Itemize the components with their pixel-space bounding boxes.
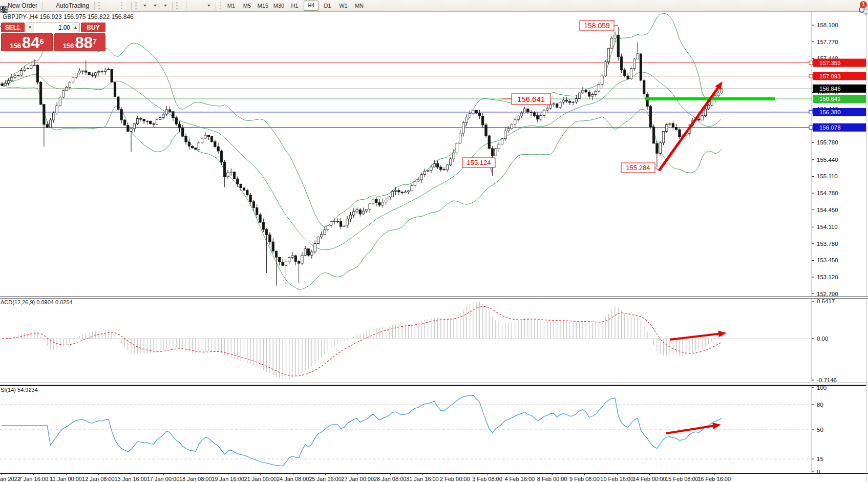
price-tick-label: 153.120	[817, 274, 838, 280]
price-tick-label: 157.770	[817, 39, 838, 45]
time-tick	[357, 474, 358, 475]
macd-panel[interactable]: 0.64170.00-0.7146	[0, 298, 868, 382]
svg-text:156.846: 156.846	[819, 86, 841, 92]
macd-tick-label: -0.7146	[817, 377, 837, 382]
buy-price-big: 88	[75, 36, 92, 50]
time-axis-label: 28 Jan 08:00	[374, 476, 407, 482]
rsi-tick-label: 80	[817, 402, 823, 408]
timeframe-h4[interactable]: H4	[304, 1, 319, 11]
volume-input[interactable]	[34, 23, 72, 32]
time-axis-label: 9 Feb 08:00	[569, 476, 600, 482]
time-tick	[649, 474, 650, 475]
price-badge: 156.641	[813, 95, 866, 103]
price-badge: 157.093	[813, 72, 866, 80]
chart-title: GBPJPY-,H4 156.923 156.975 156.822 156.8…	[3, 13, 134, 20]
volume-decrease-button[interactable]: ▼	[26, 23, 34, 32]
svg-text:156.078: 156.078	[819, 124, 841, 131]
svg-text:158.059: 158.059	[584, 22, 610, 30]
toolbar: New Order AutoTrading	[0, 0, 868, 12]
time-tick	[325, 474, 326, 475]
time-axis-label: 21 Jan 00:00	[244, 476, 277, 482]
time-axis-label: 12 Jan 08:00	[82, 476, 115, 482]
time-axis-label: 3 Feb 08:00	[472, 476, 502, 482]
timeframe-m5[interactable]: M5	[240, 1, 254, 10]
price-tick-label: 154.780	[817, 190, 838, 196]
time-axis-label: 10 Feb 16:00	[600, 476, 633, 482]
macd-tick-label: 0.00	[817, 336, 828, 342]
new-chart-dropdown[interactable]	[140, 4, 148, 7]
price-tick-label: 155.110	[817, 173, 838, 179]
time-axis-label: 19 Jan 16:00	[211, 476, 244, 482]
price-badge: 156.380	[813, 108, 866, 116]
buy-button[interactable]: BUY	[81, 23, 105, 32]
timeframe-m1[interactable]: M1	[224, 1, 238, 10]
time-axis-label: 17 Jan 00:00	[147, 476, 180, 482]
rsi-tick-label: 100	[817, 385, 827, 391]
bollinger-bands	[2, 13, 722, 289]
rsi-label: SI(14) 54.9234	[1, 387, 38, 393]
time-axis[interactable]: an 20227 Jan 16:0011 Jan 00:0012 Jan 08:…	[0, 473, 868, 482]
time-axis-label: 4 Feb 16:00	[504, 476, 535, 482]
svg-text:155.284: 155.284	[626, 164, 650, 172]
volume-increase-button[interactable]: ▲	[72, 23, 79, 32]
buy-price-sup: 7	[93, 34, 97, 49]
rsi-tick-label: 50	[817, 427, 823, 433]
candles	[1, 27, 723, 287]
new-order-label: New Order	[8, 2, 37, 9]
time-axis-label: 27 Jan 00:00	[341, 476, 374, 482]
time-axis-label: 8 Feb 00:00	[537, 476, 567, 482]
notification-badge[interactable]: 1	[860, 1, 867, 8]
price-annotation[interactable]: 158.059	[580, 20, 618, 31]
autotrading-button[interactable]: AutoTrading	[53, 2, 91, 10]
timeframe-m15[interactable]: M15	[256, 1, 270, 10]
autotrading-label: AutoTrading	[56, 2, 89, 9]
svg-text:156.641: 156.641	[517, 95, 545, 103]
svg-text:155.124: 155.124	[467, 159, 491, 166]
trend-arrow[interactable]	[659, 81, 723, 171]
price-tick-label: 155.440	[817, 157, 838, 163]
timeframe-w1[interactable]: W1	[336, 1, 350, 10]
price-annotation[interactable]: 155.124	[462, 158, 495, 174]
macd-histogram	[2, 302, 722, 380]
sell-price-sup: 6	[39, 34, 44, 49]
buy-price-panel[interactable]: 156 88 7	[54, 33, 106, 51]
new-order-button[interactable]: New Order	[5, 2, 39, 10]
rsi-panel[interactable]: 1008050150	[0, 385, 868, 473]
time-tick	[682, 474, 682, 475]
main-price-chart[interactable]: 158.059156.641155.124155.284158.100157.7…	[0, 11, 868, 296]
timeframe-h1[interactable]: H1	[288, 1, 302, 10]
timeframe-group: M1M5M15M30H1H4D1W1MN	[217, 0, 369, 11]
chevron-down-icon	[207, 5, 210, 7]
time-tick	[617, 474, 618, 475]
trend-arrow[interactable]	[666, 423, 721, 433]
template-dropdown[interactable]	[160, 4, 168, 7]
sell-price-panel[interactable]: 156 84 6	[1, 33, 53, 51]
sell-button[interactable]: SELL	[1, 23, 25, 32]
price-badge: 156.846	[813, 85, 866, 93]
time-tick	[520, 474, 520, 475]
macd-label: ACD(12,26,9) 0.0904 0.0254	[1, 299, 73, 305]
time-tick	[33, 474, 34, 475]
price-annotation[interactable]: 155.284	[621, 163, 659, 173]
time-axis-label: 11 Jan 00:00	[50, 476, 82, 482]
price-tick-label: 154.450	[817, 207, 838, 213]
arrows-dropdown[interactable]	[204, 4, 212, 7]
svg-text:156.641: 156.641	[819, 96, 841, 102]
time-axis-label: 24 Jan 08:00	[277, 476, 309, 482]
timeframe-d1[interactable]: D1	[321, 1, 334, 10]
timeframe-mn[interactable]: MN	[352, 1, 366, 10]
time-axis-label: 31 Jan 16:00	[406, 476, 439, 482]
svg-text:157.355: 157.355	[819, 60, 841, 66]
price-tick-label: 152.790	[817, 291, 838, 296]
timeframe-m30[interactable]: M30	[272, 1, 286, 10]
time-tick	[488, 474, 488, 475]
rsi-tick-label: 0	[817, 469, 820, 473]
rsi-tick-label: 15	[817, 456, 823, 462]
period-dropdown[interactable]	[150, 4, 158, 7]
time-axis-label: 2 Feb 00:00	[440, 476, 470, 482]
time-axis-label: 7 Jan 16:00	[19, 476, 49, 482]
time-tick	[131, 474, 131, 475]
time-axis-label: 13 Jan 16:00	[114, 476, 147, 482]
svg-text:156.380: 156.380	[819, 109, 841, 115]
chevron-down-icon	[164, 5, 167, 7]
